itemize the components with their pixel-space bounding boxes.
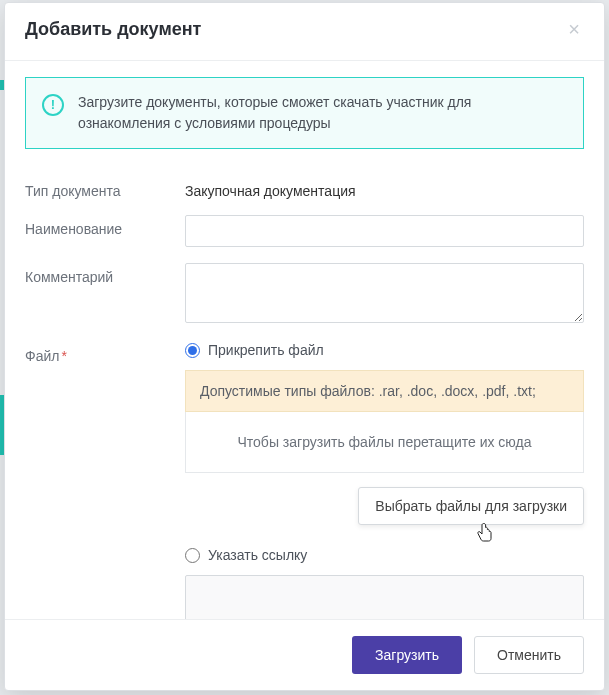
choose-row: Выбрать файлы для загрузки <box>185 487 584 525</box>
info-text: Загрузите документы, которые сможет скач… <box>78 92 567 134</box>
label-file: Файл* <box>25 342 185 364</box>
radio-specify-link[interactable]: Указать ссылку <box>185 547 584 563</box>
add-document-modal: Добавить документ × ! Загрузите документ… <box>4 2 605 691</box>
link-input[interactable] <box>185 575 584 619</box>
radio-attach-input[interactable] <box>185 343 200 358</box>
name-input[interactable] <box>185 215 584 247</box>
label-file-text: Файл <box>25 348 59 364</box>
label-name: Наименование <box>25 215 185 237</box>
file-drop-zone[interactable]: Чтобы загрузить файлы перетащите их сюда <box>185 412 584 473</box>
radio-attach-label: Прикрепить файл <box>208 342 324 358</box>
info-icon: ! <box>42 94 64 116</box>
radio-attach-file[interactable]: Прикрепить файл <box>185 342 584 358</box>
label-comment: Комментарий <box>25 263 185 285</box>
label-doc-type: Тип документа <box>25 177 185 199</box>
modal-header: Добавить документ × <box>5 3 604 61</box>
modal-body: ! Загрузите документы, которые сможет ск… <box>5 61 604 619</box>
allowed-file-types: Допустимые типы файлов: .rar, .doc, .doc… <box>185 370 584 412</box>
cancel-button[interactable]: Отменить <box>474 636 584 674</box>
row-comment: Комментарий <box>25 263 584 326</box>
choose-files-button[interactable]: Выбрать файлы для загрузки <box>358 487 584 525</box>
value-doc-type: Закупочная документация <box>185 177 584 199</box>
row-file: Файл* Прикрепить файл Допустимые типы фа… <box>25 342 584 619</box>
required-asterisk: * <box>61 348 66 364</box>
row-doc-type: Тип документа Закупочная документация <box>25 177 584 199</box>
radio-link-input[interactable] <box>185 548 200 563</box>
modal-footer: Загрузить Отменить <box>5 619 604 690</box>
row-name: Наименование <box>25 215 584 247</box>
cursor-pointer-icon <box>476 523 494 547</box>
radio-link-label: Указать ссылку <box>208 547 307 563</box>
comment-input[interactable] <box>185 263 584 323</box>
submit-button[interactable]: Загрузить <box>352 636 462 674</box>
close-icon[interactable]: × <box>564 19 584 39</box>
info-banner: ! Загрузите документы, которые сможет ск… <box>25 77 584 149</box>
modal-title: Добавить документ <box>25 19 201 40</box>
